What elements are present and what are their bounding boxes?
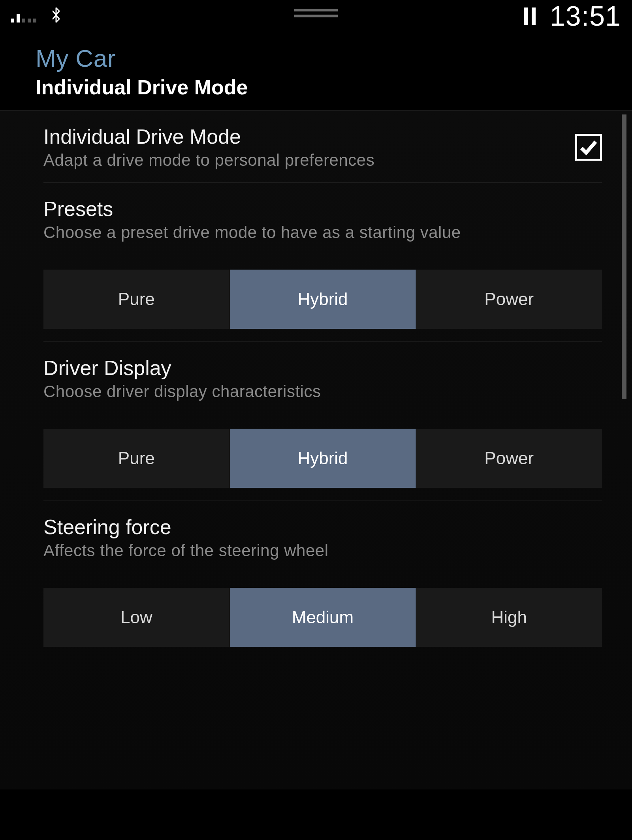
steering-force-segmented: Low Medium High <box>43 588 602 647</box>
bottom-padding <box>0 789 632 840</box>
checkmark-icon <box>579 138 598 157</box>
row-driver-display: Driver Display Choose driver display cha… <box>43 341 602 501</box>
pause-icon[interactable] <box>524 8 536 25</box>
row-desc: Affects the force of the steering wheel <box>43 541 602 560</box>
individual-drive-mode-checkbox[interactable] <box>575 134 602 161</box>
preset-option-pure[interactable]: Pure <box>43 270 230 329</box>
row-desc: Choose a preset drive mode to have as a … <box>43 223 602 242</box>
row-individual-drive-mode[interactable]: Individual Drive Mode Adapt a drive mode… <box>43 111 602 182</box>
driver-display-segmented: Pure Hybrid Power <box>43 429 602 488</box>
bluetooth-icon <box>51 6 62 26</box>
clock: 13:51 <box>550 0 621 32</box>
steering-option-low[interactable]: Low <box>43 588 230 647</box>
scrollbar[interactable] <box>622 114 626 399</box>
page-title: Individual Drive Mode <box>36 75 596 99</box>
display-option-pure[interactable]: Pure <box>43 429 230 488</box>
row-title: Individual Drive Mode <box>43 125 374 148</box>
drag-handle-icon[interactable] <box>294 9 338 17</box>
row-desc: Choose driver display characteristics <box>43 382 602 401</box>
breadcrumb[interactable]: My Car <box>36 44 596 72</box>
preset-option-power[interactable]: Power <box>416 270 602 329</box>
presets-segmented: Pure Hybrid Power <box>43 270 602 329</box>
row-title: Presets <box>43 197 602 221</box>
settings-panel: Individual Drive Mode Adapt a drive mode… <box>0 111 632 789</box>
row-title: Driver Display <box>43 356 602 380</box>
signal-strength-icon <box>11 10 36 22</box>
row-desc: Adapt a drive mode to personal preferenc… <box>43 151 374 170</box>
row-presets: Presets Choose a preset drive mode to ha… <box>43 182 602 341</box>
display-option-hybrid[interactable]: Hybrid <box>230 429 416 488</box>
steering-option-medium[interactable]: Medium <box>230 588 416 647</box>
page-header: My Car Individual Drive Mode <box>0 32 632 111</box>
status-bar: 13:51 <box>0 0 632 32</box>
steering-option-high[interactable]: High <box>416 588 602 647</box>
preset-option-hybrid[interactable]: Hybrid <box>230 270 416 329</box>
row-title: Steering force <box>43 515 602 539</box>
row-steering-force: Steering force Affects the force of the … <box>43 501 602 660</box>
display-option-power[interactable]: Power <box>416 429 602 488</box>
